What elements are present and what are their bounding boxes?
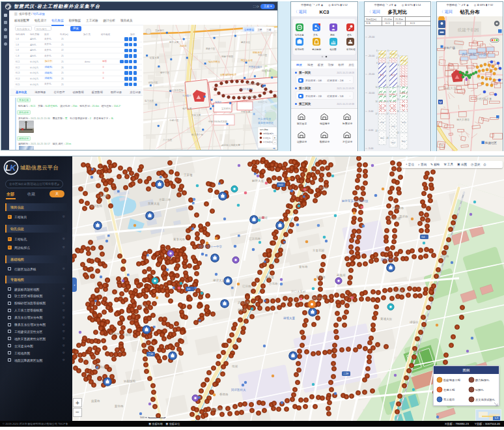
- svg-text:动探记录: 动探记录: [297, 140, 307, 143]
- svg-text:-0.00: -0.00: [368, 129, 373, 132]
- svg-text:粉质粘土: 粉质粘土: [400, 75, 409, 78]
- svg-text:三环: 三环: [148, 352, 153, 356]
- svg-text:中奇万松院式花园: 中奇万松院式花园: [208, 120, 227, 123]
- svg-text:发展大道: 发展大道: [148, 201, 160, 205]
- svg-text:粉质粘土: 粉质粘土: [389, 93, 399, 96]
- svg-text:建设大道: 建设大道: [240, 40, 251, 44]
- svg-text:苗栗路: 苗栗路: [91, 399, 100, 403]
- svg-text:水位记录: 水位记录: [342, 140, 352, 143]
- svg-text:细砂: 细砂: [402, 140, 406, 143]
- svg-text:中国农业银行: 中国农业银行: [249, 65, 262, 68]
- svg-text:G4: G4: [421, 235, 425, 238]
- svg-text:S3: S3: [187, 287, 191, 291]
- svg-text:粘土: 粘土: [380, 107, 385, 109]
- svg-text:同生花苑: 同生花苑: [262, 70, 272, 72]
- svg-text:华盛小区: 华盛小区: [169, 119, 179, 122]
- svg-text:全聚德招牌料理: 全聚德招牌料理: [220, 73, 237, 76]
- svg-text:-20.00: -20.00: [368, 55, 374, 57]
- svg-text:细砂: 细砂: [391, 141, 396, 144]
- svg-text:阿宝生煎馆: 阿宝生煎馆: [241, 59, 253, 62]
- svg-text:武汉市协和医院: 武汉市协和医院: [241, 95, 258, 98]
- svg-text:粉质粘土: 粉质粘土: [400, 92, 409, 94]
- svg-text:完工项目: 完工项目: [443, 398, 455, 401]
- svg-text:粘土: 粘土: [402, 104, 406, 107]
- svg-text:统建干福园: 统建干福园: [221, 55, 233, 58]
- svg-text:青年路: 青年路: [299, 265, 308, 268]
- svg-text:22: 22: [375, 130, 378, 132]
- svg-text:范湖: 范湖: [232, 365, 238, 368]
- svg-text:西松园都市小筑: 西松园都市小筑: [462, 52, 487, 57]
- svg-text:地层编录: 地层编录: [319, 122, 329, 125]
- svg-text:中共湖北省: 中共湖北省: [258, 117, 271, 121]
- svg-text:-15.00: -15.00: [368, 73, 374, 76]
- svg-text:卫星: 卫星: [257, 28, 262, 31]
- svg-text:静力触探: 静力触探: [313, 48, 322, 51]
- svg-text:包括的餐位: 包括的餐位: [208, 60, 220, 63]
- svg-text:电力社区: 电力社区: [145, 99, 154, 102]
- svg-text:17: 17: [375, 113, 378, 115]
- svg-text:细砂: 细砂: [380, 137, 385, 139]
- svg-text:协和医院: 协和医院: [124, 379, 136, 383]
- svg-text:浙商大厦: 浙商大厦: [191, 113, 201, 117]
- svg-text:−: −: [274, 141, 276, 144]
- svg-text:日报大厦: 日报大厦: [443, 86, 456, 91]
- svg-text:新华路: 新华路: [115, 405, 124, 408]
- svg-text:14: 14: [375, 100, 378, 103]
- svg-text:岩芯拍照: 岩芯拍照: [295, 48, 304, 51]
- svg-text:新华大厦: 新华大厦: [169, 40, 179, 44]
- svg-text:粉砂: 粉砂: [402, 121, 406, 124]
- svg-text:钻孔信息: 钻孔信息: [294, 33, 304, 36]
- svg-text:钻孔类型: 钻孔类型: [259, 128, 269, 131]
- svg-text:港天大酒店: 港天大酒店: [456, 118, 469, 121]
- svg-text:取样记录: 取样记录: [320, 140, 329, 143]
- svg-text:三维: 三维: [266, 28, 272, 31]
- svg-text:10: 10: [375, 86, 378, 89]
- svg-text:宝丰时代: 宝丰时代: [221, 107, 231, 110]
- svg-text:航空路小学: 航空路小学: [191, 133, 203, 136]
- svg-text:柱状图: 柱状图: [330, 48, 337, 51]
- svg-text:素填土: 素填土: [379, 53, 385, 55]
- svg-text:常青花园: 常青花园: [313, 249, 324, 252]
- svg-text:巡孔: 巡孔: [347, 33, 352, 36]
- svg-text:武汉市中医院: 武汉市中医院: [169, 89, 184, 92]
- svg-text:地产大厦: 地产大厦: [182, 107, 192, 110]
- svg-text:M: M: [439, 100, 441, 104]
- svg-text:红旗大厦: 红旗大厦: [150, 57, 160, 59]
- svg-text:-5.00: -5.00: [368, 110, 373, 113]
- svg-text:同济医院: 同济医院: [91, 204, 103, 208]
- svg-text:硚口路: 硚口路: [440, 255, 449, 258]
- svg-text:粘土: 粘土: [391, 74, 396, 76]
- svg-text:-10.00: -10.00: [368, 92, 374, 94]
- svg-text:-5.00: -5.00: [368, 147, 373, 150]
- svg-text:中铁大厦: 中铁大厦: [241, 110, 251, 113]
- svg-text:航侧社区: 航侧社区: [485, 141, 497, 145]
- svg-text:鉴别(检测)孔: 鉴别(检测)孔: [263, 132, 273, 135]
- svg-text:武汉市第十一中学: 武汉市第十一中学: [199, 245, 223, 248]
- svg-text:+: +: [274, 136, 276, 139]
- svg-text:宝丰路: 宝丰路: [413, 350, 423, 353]
- svg-text:粉砂: 粉砂: [380, 121, 385, 124]
- svg-text:老凤祥: 老凤祥: [215, 101, 222, 104]
- svg-text:24: 24: [386, 137, 389, 139]
- svg-text:荣华小区: 荣华小区: [160, 71, 170, 74]
- svg-text:江汉北路: 江汉北路: [249, 237, 261, 240]
- svg-text:王家墩东: 王家墩东: [155, 29, 165, 32]
- svg-text:取水楼: 取水楼: [316, 276, 326, 279]
- svg-text:解放军某部人民科技: 解放军某部人民科技: [342, 199, 369, 203]
- svg-text:古田二路: 古田二路: [159, 198, 171, 201]
- svg-text:西桥小区: 西桥小区: [206, 47, 216, 50]
- svg-text:粘土: 粘土: [391, 107, 396, 109]
- svg-text:静力触探孔: 静力触探孔: [475, 379, 490, 382]
- svg-text:粉质粘土: 粉质粘土: [378, 93, 387, 96]
- svg-text:武汉天地: 武汉天地: [238, 301, 250, 304]
- svg-text:在建工程: 在建工程: [443, 388, 455, 392]
- svg-text:汉口火车站: 汉口火车站: [291, 290, 306, 293]
- svg-text:芦沟桥路: 芦沟桥路: [391, 207, 404, 210]
- svg-text:素填土: 素填土: [400, 59, 407, 62]
- svg-text:K: K: [10, 163, 17, 173]
- svg-text:全部图层: 全部图层: [244, 28, 254, 31]
- svg-text:航空路: 航空路: [111, 332, 120, 336]
- svg-text:邮电小区: 邮电小区: [148, 81, 158, 84]
- svg-text:二七路: 二七路: [395, 289, 404, 293]
- svg-text:二环: 二环: [343, 372, 348, 375]
